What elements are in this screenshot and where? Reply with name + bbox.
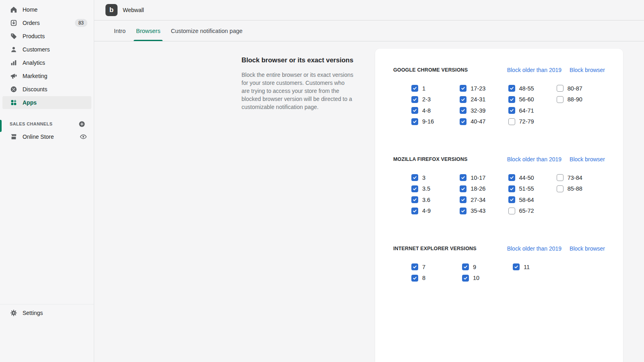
- version-label: 72-79: [519, 118, 534, 125]
- tab-intro[interactable]: Intro: [109, 21, 131, 41]
- megaphone-icon: [10, 72, 18, 80]
- section-header: INTERNET EXPLORER VERSIONSBlock older th…: [393, 245, 605, 253]
- version-checkbox[interactable]: [513, 263, 520, 270]
- version-label: 9: [473, 264, 476, 270]
- version-checkbox[interactable]: [508, 96, 515, 103]
- version-option: 3.5: [411, 183, 460, 195]
- sidebar-item-products[interactable]: Products: [2, 30, 91, 43]
- apps-icon: [10, 99, 18, 107]
- versions-section-0: GOOGLE CHROME VERSIONSBlock older than 2…: [393, 66, 605, 127]
- version-checkbox[interactable]: [508, 118, 515, 125]
- sidebar-item-customers[interactable]: Customers: [2, 43, 91, 56]
- versions-section-2: INTERNET EXPLORER VERSIONSBlock older th…: [393, 245, 605, 284]
- version-checkbox[interactable]: [508, 208, 515, 214]
- sidebar-item-apps[interactable]: Apps: [2, 96, 91, 109]
- versions-grid: 33.53.64-910-1718-2627-3435-4344-5051-55…: [411, 172, 605, 216]
- version-option: 10: [462, 273, 513, 284]
- version-option: 1: [411, 83, 460, 94]
- version-option: 8: [411, 273, 462, 284]
- block-browser-link[interactable]: Block browser: [570, 156, 605, 162]
- version-option: 7: [411, 261, 462, 273]
- version-checkbox[interactable]: [462, 275, 469, 282]
- version-checkbox[interactable]: [557, 96, 564, 103]
- version-checkbox[interactable]: [460, 96, 466, 103]
- tab-browsers[interactable]: Browsers: [131, 21, 165, 41]
- version-checkbox[interactable]: [557, 185, 564, 192]
- version-option: 27-34: [460, 194, 508, 206]
- block-older-link[interactable]: Block older than 2019: [507, 67, 561, 73]
- version-checkbox[interactable]: [557, 174, 564, 181]
- version-checkbox[interactable]: [460, 196, 466, 203]
- version-checkbox[interactable]: [460, 107, 466, 114]
- section-title: Block browser or its exact versions: [242, 56, 354, 64]
- eye-icon[interactable]: [79, 133, 87, 141]
- version-label: 58-64: [519, 197, 534, 203]
- version-option: 11: [513, 261, 564, 273]
- version-label: 1: [422, 85, 425, 92]
- version-label: 32-39: [471, 107, 485, 114]
- version-checkbox[interactable]: [508, 107, 515, 114]
- version-label: 27-34: [471, 197, 485, 203]
- version-label: 9-16: [422, 118, 434, 125]
- sales-channels-list: Online Store: [0, 130, 94, 143]
- sidebar-item-online-store[interactable]: Online Store: [2, 130, 91, 143]
- sidebar-item-analytics[interactable]: Analytics: [2, 56, 91, 69]
- version-label: 4-9: [422, 208, 431, 214]
- version-option: 9-16: [411, 116, 460, 128]
- version-checkbox[interactable]: [411, 196, 418, 203]
- version-checkbox[interactable]: [411, 85, 418, 92]
- version-checkbox[interactable]: [411, 118, 418, 125]
- version-checkbox[interactable]: [411, 174, 418, 181]
- versions-column: 80-8788-90: [557, 83, 605, 127]
- version-checkbox[interactable]: [460, 118, 466, 125]
- block-older-link[interactable]: Block older than 2019: [507, 245, 561, 252]
- sales-channels-header: SALES CHANNELS: [0, 117, 94, 130]
- block-older-link[interactable]: Block older than 2019: [507, 156, 561, 162]
- version-label: 48-55: [519, 85, 534, 92]
- version-checkbox[interactable]: [411, 275, 418, 282]
- version-checkbox[interactable]: [411, 208, 418, 214]
- version-checkbox[interactable]: [508, 85, 515, 92]
- block-browser-link[interactable]: Block browser: [570, 245, 605, 252]
- sidebar-item-orders[interactable]: Orders83: [2, 16, 91, 29]
- sidebar-item-settings[interactable]: Settings: [2, 306, 91, 319]
- version-checkbox[interactable]: [411, 263, 418, 270]
- version-label: 51-55: [519, 185, 534, 192]
- section-heading: INTERNET EXPLORER VERSIONS: [393, 246, 507, 251]
- section-body: Block the entire browser or its exact ve…: [242, 71, 354, 111]
- version-checkbox[interactable]: [460, 85, 466, 92]
- add-channel-plus-icon[interactable]: [78, 120, 86, 128]
- version-option: 88-90: [557, 94, 605, 105]
- version-option: 80-87: [557, 83, 605, 94]
- version-label: 85-88: [568, 185, 582, 192]
- versions-column: 10-1718-2627-3435-43: [460, 172, 508, 216]
- version-checkbox[interactable]: [508, 196, 515, 203]
- version-checkbox[interactable]: [460, 208, 466, 214]
- version-checkbox[interactable]: [508, 185, 515, 192]
- version-option: 51-55: [508, 183, 557, 195]
- versions-column: 910: [462, 261, 513, 284]
- version-option: 18-26: [460, 183, 508, 195]
- version-checkbox[interactable]: [557, 85, 564, 92]
- section-heading: MOZILLA FIREFOX VERSIONS: [393, 156, 507, 162]
- block-browser-link[interactable]: Block browser: [570, 67, 605, 73]
- version-checkbox[interactable]: [411, 185, 418, 192]
- versions-section-1: MOZILLA FIREFOX VERSIONSBlock older than…: [393, 155, 605, 216]
- version-checkbox[interactable]: [460, 174, 466, 181]
- version-checkbox[interactable]: [462, 263, 469, 270]
- version-checkbox[interactable]: [508, 174, 515, 181]
- sidebar-item-home[interactable]: Home: [2, 3, 91, 16]
- sidebar-item-discounts[interactable]: Discounts: [2, 83, 91, 96]
- sales-channels-label: SALES CHANNELS: [10, 121, 52, 126]
- version-option: 58-64: [508, 194, 557, 206]
- version-checkbox[interactable]: [411, 107, 418, 114]
- version-label: 8: [422, 275, 425, 281]
- version-label: 11: [524, 264, 530, 270]
- tab-customize[interactable]: Customize notification page: [165, 21, 248, 41]
- version-checkbox[interactable]: [460, 185, 466, 192]
- sidebar-item-marketing[interactable]: Marketing: [2, 70, 91, 82]
- version-label: 44-50: [519, 175, 534, 181]
- version-checkbox[interactable]: [411, 96, 418, 103]
- versions-column: 11: [513, 261, 564, 284]
- sidebar-item-label: Analytics: [23, 60, 45, 66]
